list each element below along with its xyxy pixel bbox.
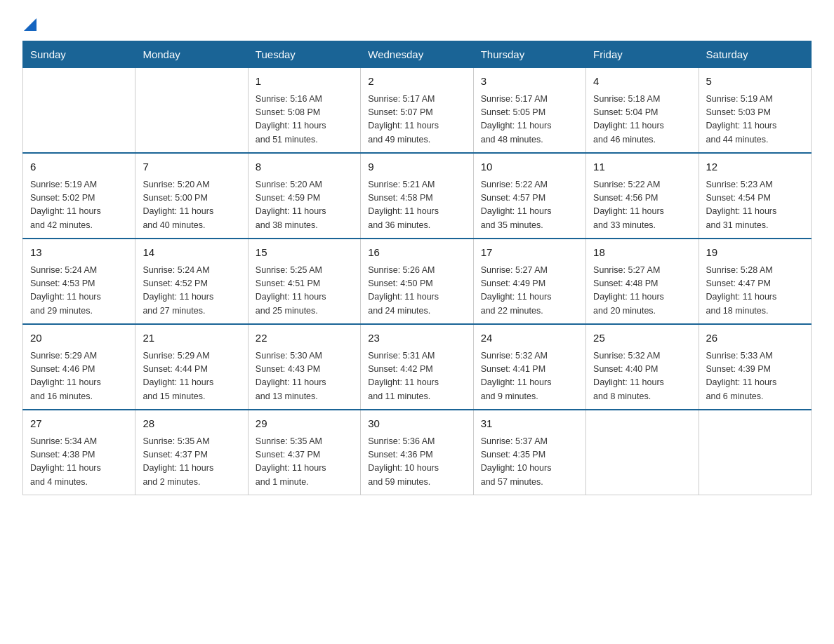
calendar-cell: 21Sunrise: 5:29 AM Sunset: 4:44 PM Dayli… [135, 324, 248, 410]
calendar-week-row: 6Sunrise: 5:19 AM Sunset: 5:02 PM Daylig… [23, 153, 812, 239]
weekday-header-thursday: Thursday [473, 41, 585, 68]
calendar-cell: 6Sunrise: 5:19 AM Sunset: 5:02 PM Daylig… [23, 153, 135, 239]
day-number: 25 [593, 330, 691, 347]
day-info: Sunrise: 5:35 AM Sunset: 4:37 PM Dayligh… [256, 435, 353, 490]
calendar-cell: 8Sunrise: 5:20 AM Sunset: 4:59 PM Daylig… [248, 153, 360, 239]
calendar-cell: 13Sunrise: 5:24 AM Sunset: 4:53 PM Dayli… [23, 239, 135, 324]
day-info: Sunrise: 5:36 AM Sunset: 4:36 PM Dayligh… [368, 435, 465, 490]
day-info: Sunrise: 5:23 AM Sunset: 4:54 PM Dayligh… [706, 178, 804, 233]
day-info: Sunrise: 5:16 AM Sunset: 5:08 PM Dayligh… [256, 93, 353, 147]
day-number: 14 [143, 245, 240, 261]
day-number: 22 [256, 330, 353, 347]
day-info: Sunrise: 5:22 AM Sunset: 4:56 PM Dayligh… [593, 178, 691, 233]
calendar-cell: 14Sunrise: 5:24 AM Sunset: 4:52 PM Dayli… [135, 239, 248, 324]
day-info: Sunrise: 5:37 AM Sunset: 4:35 PM Dayligh… [481, 435, 578, 490]
calendar-cell: 11Sunrise: 5:22 AM Sunset: 4:56 PM Dayli… [586, 153, 699, 239]
day-info: Sunrise: 5:20 AM Sunset: 5:00 PM Dayligh… [143, 178, 240, 233]
calendar-cell: 9Sunrise: 5:21 AM Sunset: 4:58 PM Daylig… [361, 153, 473, 239]
day-number: 1 [256, 74, 353, 90]
day-info: Sunrise: 5:18 AM Sunset: 5:04 PM Dayligh… [593, 93, 691, 147]
day-info: Sunrise: 5:22 AM Sunset: 4:57 PM Dayligh… [481, 178, 578, 233]
calendar-cell: 26Sunrise: 5:33 AM Sunset: 4:39 PM Dayli… [699, 324, 811, 410]
day-info: Sunrise: 5:19 AM Sunset: 5:03 PM Dayligh… [706, 93, 804, 147]
calendar-table: SundayMondayTuesdayWednesdayThursdayFrid… [22, 41, 812, 495]
day-info: Sunrise: 5:21 AM Sunset: 4:58 PM Dayligh… [368, 178, 465, 233]
calendar-cell: 31Sunrise: 5:37 AM Sunset: 4:35 PM Dayli… [473, 410, 585, 495]
day-number: 12 [706, 159, 804, 175]
day-number: 29 [256, 416, 353, 432]
day-info: Sunrise: 5:33 AM Sunset: 4:39 PM Dayligh… [706, 349, 804, 404]
calendar-cell: 4Sunrise: 5:18 AM Sunset: 5:04 PM Daylig… [586, 68, 699, 154]
weekday-header-sunday: Sunday [23, 41, 135, 68]
day-number: 9 [368, 159, 465, 175]
day-info: Sunrise: 5:34 AM Sunset: 4:38 PM Dayligh… [30, 435, 128, 490]
day-info: Sunrise: 5:20 AM Sunset: 4:59 PM Dayligh… [256, 178, 353, 233]
calendar-cell: 23Sunrise: 5:31 AM Sunset: 4:42 PM Dayli… [361, 324, 473, 410]
day-info: Sunrise: 5:32 AM Sunset: 4:41 PM Dayligh… [481, 349, 578, 404]
day-info: Sunrise: 5:24 AM Sunset: 4:53 PM Dayligh… [30, 264, 128, 318]
calendar-cell: 25Sunrise: 5:32 AM Sunset: 4:40 PM Dayli… [586, 324, 699, 410]
calendar-cell: 12Sunrise: 5:23 AM Sunset: 4:54 PM Dayli… [699, 153, 811, 239]
day-number: 30 [368, 416, 465, 432]
day-number: 15 [256, 245, 353, 261]
day-number: 3 [481, 74, 578, 90]
logo-triangle-icon [24, 18, 38, 32]
day-info: Sunrise: 5:29 AM Sunset: 4:46 PM Dayligh… [30, 349, 128, 404]
weekday-header-friday: Friday [586, 41, 699, 68]
day-info: Sunrise: 5:17 AM Sunset: 5:05 PM Dayligh… [481, 93, 578, 147]
calendar-cell: 30Sunrise: 5:36 AM Sunset: 4:36 PM Dayli… [361, 410, 473, 495]
calendar-week-row: 13Sunrise: 5:24 AM Sunset: 4:53 PM Dayli… [23, 239, 812, 324]
calendar-cell [699, 410, 811, 495]
day-number: 21 [143, 330, 240, 347]
day-number: 10 [481, 159, 578, 175]
calendar-cell: 5Sunrise: 5:19 AM Sunset: 5:03 PM Daylig… [699, 68, 811, 154]
day-info: Sunrise: 5:30 AM Sunset: 4:43 PM Dayligh… [256, 349, 353, 404]
calendar-cell: 28Sunrise: 5:35 AM Sunset: 4:37 PM Dayli… [135, 410, 248, 495]
calendar-cell [586, 410, 699, 495]
calendar-cell: 29Sunrise: 5:35 AM Sunset: 4:37 PM Dayli… [248, 410, 360, 495]
weekday-header-wednesday: Wednesday [361, 41, 473, 68]
calendar-week-row: 1Sunrise: 5:16 AM Sunset: 5:08 PM Daylig… [23, 68, 812, 154]
calendar-cell: 19Sunrise: 5:28 AM Sunset: 4:47 PM Dayli… [699, 239, 811, 324]
calendar-cell: 17Sunrise: 5:27 AM Sunset: 4:49 PM Dayli… [473, 239, 585, 324]
day-info: Sunrise: 5:27 AM Sunset: 4:49 PM Dayligh… [481, 264, 578, 318]
calendar-cell [23, 68, 135, 154]
calendar-cell: 7Sunrise: 5:20 AM Sunset: 5:00 PM Daylig… [135, 153, 248, 239]
weekday-header-row: SundayMondayTuesdayWednesdayThursdayFrid… [23, 41, 812, 68]
day-info: Sunrise: 5:17 AM Sunset: 5:07 PM Dayligh… [368, 93, 465, 147]
calendar-cell: 10Sunrise: 5:22 AM Sunset: 4:57 PM Dayli… [473, 153, 585, 239]
calendar-cell: 3Sunrise: 5:17 AM Sunset: 5:05 PM Daylig… [473, 68, 585, 154]
day-number: 17 [481, 245, 578, 261]
day-info: Sunrise: 5:26 AM Sunset: 4:50 PM Dayligh… [368, 264, 465, 318]
day-number: 31 [481, 416, 578, 432]
weekday-header-monday: Monday [135, 41, 248, 68]
calendar-cell: 1Sunrise: 5:16 AM Sunset: 5:08 PM Daylig… [248, 68, 360, 154]
weekday-header-saturday: Saturday [699, 41, 811, 68]
svg-marker-0 [24, 18, 37, 31]
day-number: 7 [143, 159, 240, 175]
day-info: Sunrise: 5:35 AM Sunset: 4:37 PM Dayligh… [143, 435, 240, 490]
weekday-header-tuesday: Tuesday [248, 41, 360, 68]
day-info: Sunrise: 5:25 AM Sunset: 4:51 PM Dayligh… [256, 264, 353, 318]
day-info: Sunrise: 5:24 AM Sunset: 4:52 PM Dayligh… [143, 264, 240, 318]
day-number: 11 [593, 159, 691, 175]
day-info: Sunrise: 5:32 AM Sunset: 4:40 PM Dayligh… [593, 349, 691, 404]
calendar-cell: 18Sunrise: 5:27 AM Sunset: 4:48 PM Dayli… [586, 239, 699, 324]
day-number: 23 [368, 330, 465, 347]
calendar-cell: 16Sunrise: 5:26 AM Sunset: 4:50 PM Dayli… [361, 239, 473, 324]
day-number: 2 [368, 74, 465, 90]
day-number: 28 [143, 416, 240, 432]
logo [22, 20, 38, 32]
day-number: 8 [256, 159, 353, 175]
page-header [22, 17, 812, 32]
day-number: 5 [706, 74, 804, 90]
calendar-cell: 27Sunrise: 5:34 AM Sunset: 4:38 PM Dayli… [23, 410, 135, 495]
calendar-cell: 20Sunrise: 5:29 AM Sunset: 4:46 PM Dayli… [23, 324, 135, 410]
day-info: Sunrise: 5:28 AM Sunset: 4:47 PM Dayligh… [706, 264, 804, 318]
calendar-cell: 24Sunrise: 5:32 AM Sunset: 4:41 PM Dayli… [473, 324, 585, 410]
day-number: 16 [368, 245, 465, 261]
day-number: 19 [706, 245, 804, 261]
calendar-cell: 2Sunrise: 5:17 AM Sunset: 5:07 PM Daylig… [361, 68, 473, 154]
day-number: 20 [30, 330, 128, 347]
day-number: 4 [593, 74, 691, 90]
